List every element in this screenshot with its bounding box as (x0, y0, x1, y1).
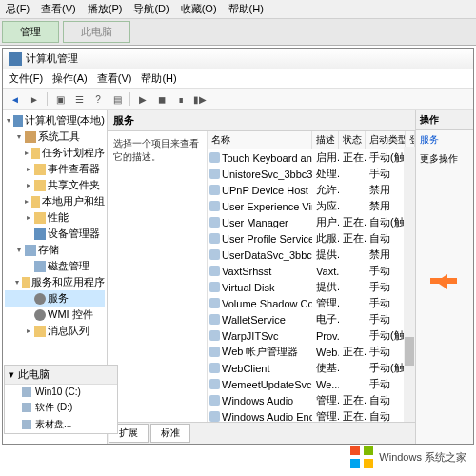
service-row[interactable]: User Manager用户...正在...自动(触发...本 (208, 214, 415, 230)
drive-d[interactable]: 软件 (D:) (5, 399, 117, 416)
tab-standard[interactable]: 标准 (150, 424, 190, 443)
play-button[interactable]: ▶ (134, 90, 151, 108)
mmc-menu-action[interactable]: 操作(A) (52, 71, 88, 86)
service-row[interactable]: UnistoreSvc_3bbc3处理...手动本 (208, 166, 415, 182)
app-menubar: 忌(F) 查看(V) 播放(P) 导航(D) 收藏(O) 帮助(H) (0, 0, 476, 19)
menu-view[interactable]: 查看(V) (41, 2, 76, 16)
refresh-button[interactable]: ? (89, 90, 107, 108)
actions-more[interactable]: 更多操作 (416, 149, 473, 169)
service-row[interactable]: VaxtSrhsstVaxt...手动本 (208, 263, 415, 279)
window-title: 计算机管理 (26, 51, 78, 66)
service-row[interactable]: WebClient使基...手动(触发...本 (208, 360, 415, 376)
actions-pane: 操作 服务 更多操作 (416, 110, 473, 444)
explorer-header[interactable]: ▾此电脑 (5, 366, 117, 385)
description-pane: 选择一个项目来查看它的描述。 (108, 131, 208, 422)
tree-services[interactable]: 服务 (5, 290, 105, 307)
service-row[interactable]: Volume Shadow Copy管理...手动本 (208, 295, 415, 311)
service-row[interactable]: UPnP Device Host允许...禁用本 (208, 182, 415, 198)
tree-wmi[interactable]: WMI 控件 (5, 307, 105, 323)
tree-root[interactable]: ▾计算机管理(本地) (5, 112, 105, 129)
tab-thispc[interactable]: 此电脑 (63, 21, 130, 43)
pause-button[interactable]: ◼ (153, 90, 170, 108)
col-status[interactable]: 状态 (339, 131, 366, 149)
tree-eventvwr[interactable]: ▸事件查看器 (5, 161, 105, 177)
service-row[interactable]: Touch Keyboard and Ha...启用...正在...手动(触发.… (208, 149, 415, 166)
toolbar: ◄ ► ▣ ☰ ? ▤ ▶ ◼ ∎ ▮▶ (3, 89, 473, 110)
detail-pane: 服务 选择一个项目来查看它的描述。 名称 描述 状态 启动类型 登 Touch … (108, 110, 416, 444)
actions-header: 操作 (416, 110, 473, 130)
drive-c[interactable]: Win10 (C:) (5, 385, 117, 399)
service-row[interactable]: WemeetUpdateSvcWe...手动本 (208, 376, 415, 392)
tree-devmgr[interactable]: 设备管理器 (5, 226, 105, 242)
actions-group[interactable]: 服务 (416, 130, 473, 149)
service-row[interactable]: User Profile Service此服...正在...自动本 (208, 230, 415, 247)
service-row[interactable]: WarpJITSvcProv...手动(触发...本 (208, 327, 415, 344)
windows-logo-icon (350, 446, 373, 468)
restart-button[interactable]: ▮▶ (191, 90, 208, 108)
scroll-thumb[interactable] (405, 337, 414, 366)
detail-header: 服务 (108, 110, 415, 131)
service-row[interactable]: Virtual Disk提供...手动本 (208, 279, 415, 295)
fwd-button[interactable]: ► (26, 90, 43, 108)
watermark-text: Windows 系统之家 (379, 450, 466, 465)
props-button[interactable]: ☰ (70, 90, 88, 108)
service-row[interactable]: Windows Audio Endpoint ...管理...正在...自动本 (208, 408, 415, 422)
tree-users[interactable]: ▸本地用户和组 (5, 193, 105, 209)
list-header[interactable]: 名称 描述 状态 启动类型 登 (208, 131, 415, 149)
mmc-menubar: 文件(F) 操作(A) 查看(V) 帮助(H) (3, 69, 473, 89)
service-row[interactable]: Windows Audio管理...正在...自动本 (208, 392, 415, 408)
menu-fav[interactable]: 收藏(O) (181, 2, 217, 16)
menu-play[interactable]: 播放(P) (88, 2, 123, 16)
menu-file[interactable]: 忌(F) (6, 2, 30, 16)
export-button[interactable]: ▤ (109, 90, 126, 108)
mmc-menu-view[interactable]: 查看(V) (97, 71, 132, 86)
tree-shared[interactable]: ▸共享文件夹 (5, 177, 105, 193)
tree-tasksched[interactable]: ▸任务计划程序 (5, 145, 105, 161)
app-icon (9, 52, 22, 66)
scrollbar[interactable] (404, 147, 415, 422)
drive-e[interactable]: 素材盘... (5, 416, 117, 433)
stop-button[interactable]: ∎ (172, 90, 189, 108)
tree-storage[interactable]: ▾存储 (5, 242, 105, 258)
tree-diskmgmt[interactable]: 磁盘管理 (5, 258, 105, 274)
service-row[interactable]: User Experience Virtualiz...为应...禁用本 (208, 198, 415, 214)
up-button[interactable]: ▣ (51, 90, 69, 108)
explorer-window: ▾此电脑 Win10 (C:) 软件 (D:) 素材盘... (4, 365, 118, 434)
tab-manage[interactable]: 管理 (2, 21, 59, 43)
tree-perf[interactable]: ▸性能 (5, 209, 105, 226)
tree-svcapps[interactable]: ▾服务和应用程序 (5, 274, 105, 290)
col-startup[interactable]: 启动类型 (366, 131, 406, 149)
back-button[interactable]: ◄ (7, 90, 24, 108)
menu-help[interactable]: 帮助(H) (228, 2, 264, 16)
service-row[interactable]: WalletService电子...手动本 (208, 311, 415, 327)
mmc-menu-help[interactable]: 帮助(H) (141, 71, 176, 86)
tree-msgq[interactable]: ▸消息队列 (5, 323, 105, 339)
tree-systools[interactable]: ▾系统工具 (5, 129, 105, 145)
service-rows[interactable]: Touch Keyboard and Ha...启用...正在...手动(触发.… (208, 149, 415, 422)
service-row[interactable]: Web 帐户管理器Web...正在...手动本 (208, 344, 415, 360)
top-tabs: 管理 此电脑 (0, 19, 476, 46)
watermark: Windows 系统之家 (350, 446, 466, 468)
service-row[interactable]: UserDataSvc_3bbc3提供...禁用本 (208, 247, 415, 263)
menu-nav[interactable]: 导航(D) (133, 2, 169, 16)
col-name[interactable]: 名称 (208, 131, 312, 149)
services-list: 名称 描述 状态 启动类型 登 Touch Keyboard and Ha...… (208, 131, 415, 422)
detail-tabs: 扩展 标准 (108, 422, 415, 444)
mmc-menu-file[interactable]: 文件(F) (9, 71, 43, 86)
col-desc[interactable]: 描述 (312, 131, 339, 149)
titlebar: 计算机管理 (3, 49, 473, 69)
